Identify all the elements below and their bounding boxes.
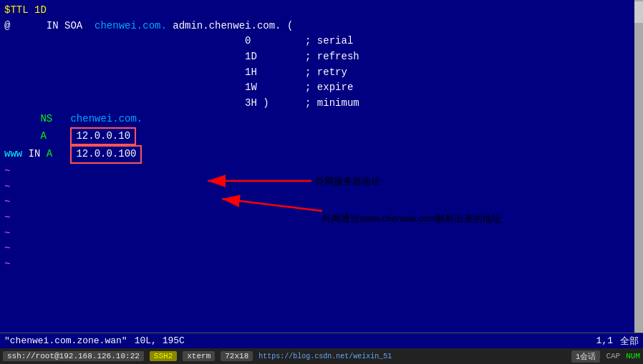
scrollbar[interactable] (634, 0, 643, 333)
tilde-5: ~ (4, 226, 639, 242)
term-label: xterm (183, 351, 215, 361)
line-www-a: www IN A 12.0.0.100 (4, 145, 639, 164)
line-soa: @ IN SOA chenwei.com. admin.chenwei.com.… (4, 19, 639, 34)
status-bar: "chenwei.com.zone.wan" 10L, 195C 1,1 全部 (0, 333, 643, 348)
line-refresh: 1D ; refresh (4, 49, 639, 65)
tilde-3: ~ (4, 195, 639, 210)
line-minimum: 3H ) ; minimum (4, 96, 639, 112)
tilde-7: ~ (4, 257, 639, 272)
tilde-2: ~ (4, 179, 639, 195)
line-serial: 0 ; serial (4, 34, 639, 49)
ttl-text: $TTL 1D (4, 3, 47, 19)
ip-box-1: 12.0.0.10 (70, 127, 136, 146)
line-a-record: A 12.0.0.10 (4, 127, 639, 146)
status-left: "chenwei.com.zone.wan" 10L, 195C (4, 335, 185, 346)
num-label: NUM (626, 352, 640, 360)
status-right: 1,1 全部 (596, 335, 639, 348)
tilde-1: ~ (4, 164, 639, 179)
taskbar-right: 1会话 CAP NUM (571, 350, 640, 363)
sessions-label: 1会话 (571, 350, 601, 363)
line-ns: NS chenwei.com. (4, 112, 639, 127)
tilde-4: ~ (4, 210, 639, 226)
cap-label: CAP (606, 352, 620, 360)
terminal-window: $TTL 1D @ IN SOA chenwei.com. admin.chen… (0, 0, 643, 333)
tilde-6: ~ (4, 241, 639, 257)
line-ttl: $TTL 1D (4, 3, 639, 19)
view-mode: 全部 (620, 335, 639, 348)
ip-box-2: 12.0.0.100 (70, 145, 142, 164)
ssh-label: SSH2 (150, 351, 177, 361)
taskbar: ssh://root@192.168.126.10:22 SSH2 xterm … (0, 348, 643, 364)
line-expire: 1W ; expire (4, 80, 639, 96)
scrollbar-thumb[interactable] (634, 1, 643, 23)
file-info: 10L, 195C (135, 335, 185, 346)
filename-label: "chenwei.com.zone.wan" (4, 335, 127, 346)
size-label: 72x18 (221, 351, 253, 361)
line-retry: 1H ; retry (4, 65, 639, 81)
url-partial: https://blog.csdn.net/weixin_51 (258, 353, 392, 360)
cursor-position: 1,1 (596, 335, 613, 346)
user-host: ssh://root@192.168.126.10:22 (3, 351, 144, 361)
